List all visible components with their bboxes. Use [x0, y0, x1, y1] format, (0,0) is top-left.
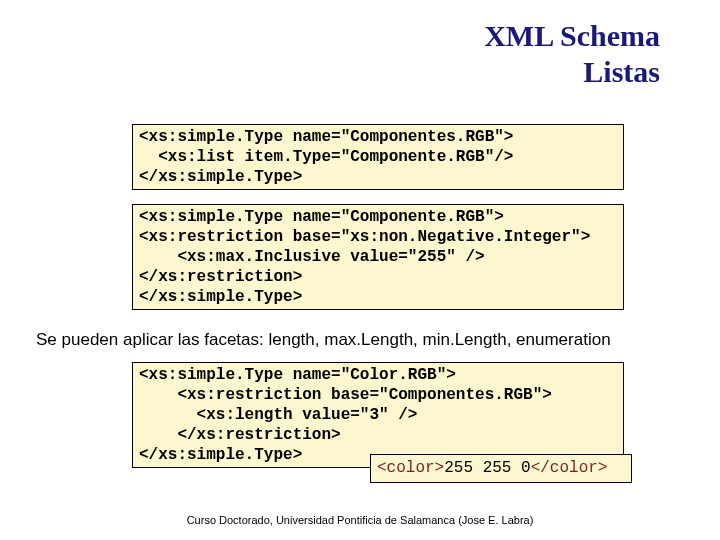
example-value: 255 255 0: [444, 459, 530, 477]
code-block-2: <xs:simple.Type name="Componente.RGB"> <…: [132, 204, 624, 310]
facets-note: Se pueden aplicar las facetas: length, m…: [36, 330, 611, 350]
title-line-1: XML Schema: [484, 19, 660, 52]
slide-title: XML Schema Listas: [484, 18, 660, 90]
code-block-3: <xs:simple.Type name="Color.RGB"> <xs:re…: [132, 362, 624, 468]
example-open-tag: <color>: [377, 459, 444, 477]
title-line-2: Listas: [583, 55, 660, 88]
example-close-tag: </color>: [531, 459, 608, 477]
code-block-1: <xs:simple.Type name="Componentes.RGB"> …: [132, 124, 624, 190]
footer-text: Curso Doctorado, Universidad Pontificia …: [0, 514, 720, 526]
example-box: <color>255 255 0</color>: [370, 454, 632, 483]
